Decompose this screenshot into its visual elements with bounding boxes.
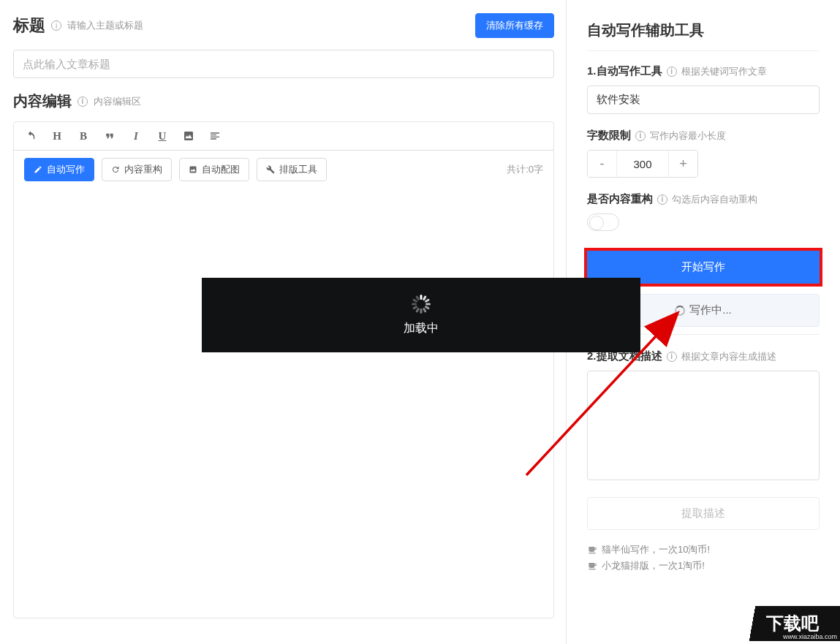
cup-icon <box>587 561 597 571</box>
cup-icon <box>587 545 597 555</box>
auto-image-button[interactable]: 自动配图 <box>179 158 249 181</box>
rebuild-toggle[interactable] <box>587 213 619 231</box>
auto-write-button[interactable]: 自动写作 <box>24 158 94 181</box>
description-textarea[interactable] <box>587 371 820 480</box>
section1-label: 1.自动写作工具 <box>587 64 662 78</box>
quote-icon[interactable] <box>103 129 116 143</box>
section2-hint: 根据文章内容生成描述 <box>681 350 776 363</box>
loading-spinner-icon <box>412 295 431 314</box>
heading-icon[interactable]: H <box>50 129 64 143</box>
word-limit-label: 字数限制 <box>587 129 631 143</box>
keyword-input[interactable] <box>587 86 820 114</box>
italic-icon[interactable]: I <box>129 129 143 143</box>
article-title-input[interactable] <box>13 50 554 78</box>
info-icon: i <box>657 194 667 205</box>
loading-overlay: 加载中 <box>202 278 640 352</box>
editor-toolbar: H B I U <box>14 122 553 151</box>
loading-text: 加载中 <box>404 321 439 336</box>
editor-container: H B I U 自动写作 内容重构 自动配图 <box>13 121 554 618</box>
title-heading: 标题 <box>13 15 45 37</box>
auto-write-label: 自动写作 <box>47 163 85 176</box>
note-2: 小龙猫排版，一次1淘币! <box>587 559 820 572</box>
spinner-icon <box>675 306 685 316</box>
writing-status-label: 写作中... <box>689 303 732 317</box>
start-writing-label: 开始写作 <box>681 260 725 274</box>
word-count: 共计:0字 <box>507 163 543 176</box>
logo-url: www.xiazaiba.com <box>783 633 837 640</box>
watermark-logo: 下载吧 www.xiazaiba.com <box>745 606 840 641</box>
auto-image-label: 自动配图 <box>202 163 240 176</box>
info-icon: i <box>635 131 646 141</box>
content-heading: 内容编辑 <box>13 91 72 111</box>
clear-cache-label: 清除所有缓存 <box>486 19 543 32</box>
undo-icon[interactable] <box>24 129 37 143</box>
image-icon[interactable] <box>182 129 195 143</box>
clear-cache-button[interactable]: 清除所有缓存 <box>475 13 554 38</box>
info-icon: i <box>51 20 61 31</box>
title-hint: 请输入主题或标题 <box>67 19 143 32</box>
sidebar-heading: 自动写作辅助工具 <box>587 20 820 51</box>
info-icon: i <box>667 67 677 77</box>
word-limit-stepper: - + <box>587 150 698 178</box>
extract-description-button[interactable]: 提取描述 <box>587 497 820 530</box>
section1-hint: 根据关键词写作文章 <box>681 65 767 78</box>
content-rebuild-button[interactable]: 内容重构 <box>102 158 172 181</box>
stepper-minus-button[interactable]: - <box>588 151 617 177</box>
stepper-plus-button[interactable]: + <box>668 151 697 177</box>
word-limit-hint: 写作内容最小长度 <box>650 129 726 143</box>
content-hint: 内容编辑区 <box>94 95 141 108</box>
align-icon[interactable] <box>208 129 222 143</box>
rebuild-hint: 勾选后内容自动重构 <box>672 193 757 206</box>
rebuild-label: 是否内容重构 <box>587 192 653 206</box>
layout-tool-button[interactable]: 排版工具 <box>257 158 327 181</box>
info-icon: i <box>667 352 677 362</box>
content-rebuild-label: 内容重构 <box>124 163 162 176</box>
underline-icon[interactable]: U <box>156 129 169 143</box>
logo-text: 下载吧 <box>766 612 819 635</box>
extract-description-label: 提取描述 <box>681 507 725 520</box>
layout-tool-label: 排版工具 <box>279 163 317 176</box>
bold-icon[interactable]: B <box>77 129 90 143</box>
info-icon: i <box>77 96 88 107</box>
note-1: 猫半仙写作，一次10淘币! <box>587 543 820 556</box>
word-limit-value[interactable] <box>617 151 668 177</box>
